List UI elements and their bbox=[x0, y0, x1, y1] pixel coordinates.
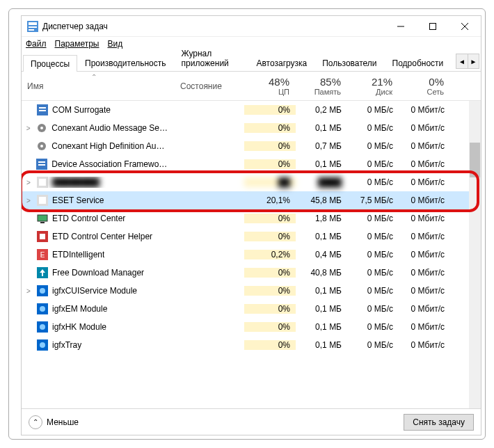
cell-name: Free Download Manager bbox=[22, 267, 175, 278]
col-state-label: Состояние bbox=[180, 81, 238, 91]
process-icon: E bbox=[37, 249, 48, 260]
table-row[interactable]: igfxTray0%0,1 МБ0 МБ/с0 Мбит/с bbox=[22, 336, 481, 354]
col-disk[interactable]: 21% Диск bbox=[347, 72, 399, 100]
cell-name: EETDIntelligent bbox=[22, 249, 175, 260]
maximize-button[interactable] bbox=[417, 16, 449, 37]
process-name: igfxEM Module bbox=[52, 304, 107, 314]
close-button[interactable] bbox=[449, 16, 481, 37]
vertical-scrollbar[interactable] bbox=[469, 101, 481, 408]
table-row[interactable]: EETDIntelligent0,2%0,4 МБ0 МБ/с0 Мбит/с bbox=[22, 246, 481, 264]
cell-cpu: 0% bbox=[244, 159, 296, 169]
cell-memory: 0,1 МБ bbox=[296, 286, 347, 296]
cell-cpu: 0% bbox=[244, 232, 296, 241]
menu-options[interactable]: Параметры bbox=[55, 39, 99, 49]
expand-icon[interactable]: > bbox=[24, 179, 33, 186]
scrollbar-thumb[interactable] bbox=[470, 143, 480, 177]
tab-app-history[interactable]: Журнал приложений bbox=[174, 45, 249, 71]
sort-indicator-icon: ⌃ bbox=[91, 73, 97, 81]
expand-icon[interactable]: > bbox=[24, 197, 33, 205]
cell-cpu: 0% bbox=[244, 340, 296, 350]
svg-point-32 bbox=[40, 306, 45, 312]
cell-memory: 40,8 МБ bbox=[296, 268, 347, 278]
table-row[interactable]: Conexant High Definition Audio…0%0,7 МБ0… bbox=[22, 137, 481, 155]
tab-strip: Процессы Производительность Журнал прило… bbox=[22, 51, 481, 72]
table-row[interactable]: >ESET Service20,1%45,8 МБ7,5 МБ/с0 Мбит/… bbox=[22, 191, 481, 209]
cell-cpu: 0% bbox=[244, 304, 296, 314]
cell-network: 0 Мбит/с bbox=[399, 177, 450, 187]
column-headers: ⌃ Имя Состояние 48% ЦП 85% Память 21% Ди… bbox=[22, 72, 481, 101]
svg-rect-2 bbox=[29, 26, 37, 28]
process-icon bbox=[37, 231, 48, 242]
cell-name: igfxTray bbox=[22, 339, 175, 351]
process-icon bbox=[37, 177, 48, 188]
col-memory[interactable]: 85% Память bbox=[296, 72, 347, 100]
cell-memory: 0,1 МБ bbox=[296, 159, 347, 169]
col-state[interactable]: Состояние bbox=[175, 72, 244, 100]
tab-scroll: ◄ ► bbox=[456, 54, 479, 69]
table-row[interactable]: igfxEM Module0%0,1 МБ0 МБ/с0 Мбит/с bbox=[22, 300, 481, 318]
fewer-details[interactable]: ⌃ Меньше bbox=[29, 415, 79, 429]
process-icon bbox=[36, 122, 47, 134]
svg-rect-17 bbox=[38, 164, 45, 166]
svg-point-36 bbox=[40, 342, 45, 348]
cell-memory: ████ bbox=[296, 177, 347, 187]
svg-point-30 bbox=[40, 288, 45, 294]
table-row[interactable]: >igfxCUIService Module0%0,1 МБ0 МБ/с0 Мб… bbox=[22, 282, 481, 300]
svg-rect-10 bbox=[39, 110, 46, 111]
cell-memory: 0,1 МБ bbox=[296, 232, 347, 241]
cell-cpu: 0% bbox=[244, 123, 296, 133]
svg-point-12 bbox=[40, 127, 43, 129]
tab-details[interactable]: Подробности bbox=[385, 54, 452, 71]
tab-scroll-left[interactable]: ◄ bbox=[456, 54, 468, 68]
menu-bar: Файл Параметры Вид bbox=[22, 37, 481, 51]
svg-rect-9 bbox=[39, 107, 46, 109]
collapse-icon: ⌃ bbox=[29, 415, 42, 429]
table-row[interactable]: Free Download Manager0%40,8 МБ0 МБ/с0 Мб… bbox=[22, 264, 481, 282]
title-bar[interactable]: Диспетчер задач bbox=[22, 16, 481, 37]
process-icon bbox=[36, 159, 47, 170]
process-list: ⌃ Имя Состояние 48% ЦП 85% Память 21% Ди… bbox=[22, 72, 481, 408]
tab-scroll-right[interactable]: ► bbox=[468, 54, 479, 68]
table-row[interactable]: Device Association Framework …0%0,1 МБ0 … bbox=[22, 155, 481, 173]
tab-startup[interactable]: Автозагрузка bbox=[248, 54, 314, 71]
process-icon bbox=[37, 303, 48, 314]
cell-disk: 0 МБ/с bbox=[347, 105, 399, 115]
col-cpu-pct: 48% bbox=[269, 76, 289, 88]
tab-processes[interactable]: Процессы bbox=[23, 55, 77, 72]
cell-network: 0 Мбит/с bbox=[399, 105, 450, 115]
svg-rect-5 bbox=[430, 23, 436, 29]
table-row[interactable]: igfxHK Module0%0,1 МБ0 МБ/с0 Мбит/с bbox=[22, 318, 481, 336]
minimize-button[interactable] bbox=[385, 16, 417, 37]
tab-performance[interactable]: Производительность bbox=[77, 54, 173, 71]
col-network[interactable]: 0% Сеть bbox=[399, 72, 450, 100]
col-name-label: Имя bbox=[27, 81, 168, 91]
end-task-button[interactable]: Снять задачу bbox=[404, 414, 474, 431]
expand-icon[interactable]: > bbox=[24, 125, 32, 132]
cell-network: 0 Мбит/с bbox=[399, 141, 450, 151]
process-name: ETDIntelligent bbox=[52, 250, 104, 259]
cell-cpu: 0% bbox=[244, 322, 296, 332]
cell-disk: 0 МБ/с bbox=[347, 141, 399, 151]
cell-disk: 7,5 МБ/с bbox=[347, 195, 399, 205]
col-name[interactable]: ⌃ Имя bbox=[22, 72, 175, 100]
process-name: ESET Service bbox=[52, 195, 104, 205]
table-row[interactable]: ETD Control Center Helper0%0,1 МБ0 МБ/с0… bbox=[22, 227, 481, 246]
col-cpu[interactable]: 48% ЦП bbox=[244, 72, 296, 100]
process-icon bbox=[37, 321, 48, 333]
expand-icon[interactable]: > bbox=[24, 287, 33, 295]
cell-memory: 45,8 МБ bbox=[296, 195, 347, 205]
table-row[interactable]: COM Surrogate0%0,2 МБ0 МБ/с0 Мбит/с bbox=[22, 101, 481, 119]
cell-disk: 0 МБ/с bbox=[347, 340, 399, 350]
cell-network: 0 Мбит/с bbox=[399, 214, 450, 223]
cell-name: >Conexant Audio Message Service bbox=[22, 122, 175, 134]
table-row[interactable]: >Conexant Audio Message Service0%0,1 МБ0… bbox=[22, 119, 481, 137]
col-net-pct: 0% bbox=[429, 76, 444, 88]
tab-users[interactable]: Пользователи bbox=[314, 54, 384, 71]
table-row[interactable]: >██████████████0 МБ/с0 Мбит/с bbox=[22, 173, 481, 191]
menu-file[interactable]: Файл bbox=[26, 39, 47, 49]
cell-network: 0 Мбит/с bbox=[399, 268, 450, 278]
menu-view[interactable]: Вид bbox=[107, 39, 122, 49]
table-row[interactable]: ETD Control Center0%1,8 МБ0 МБ/с0 Мбит/с bbox=[22, 209, 481, 227]
cell-name: ETD Control Center Helper bbox=[22, 231, 175, 242]
cell-network: 0 Мбит/с bbox=[399, 159, 450, 169]
